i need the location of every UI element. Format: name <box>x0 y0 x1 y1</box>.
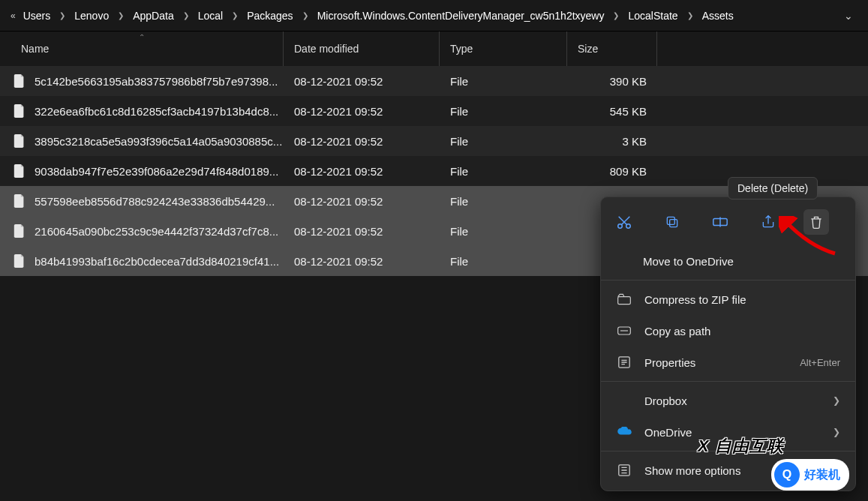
breadcrumb-overflow-icon[interactable]: « <box>8 10 19 21</box>
menu-item-label: Dropbox <box>644 394 687 407</box>
breadcrumb-item[interactable]: Assets <box>698 7 738 25</box>
breadcrumb-item[interactable]: Lenovo <box>70 7 113 25</box>
chevron-right-icon: ❯ <box>227 11 242 20</box>
chevron-right-icon: ❯ <box>55 11 70 20</box>
badge-text: 好装机 <box>804 467 840 483</box>
file-date: 08-12-2021 09:52 <box>284 75 440 88</box>
breadcrumb[interactable]: « Users❯ Lenovo❯ AppData❯ Local❯ Package… <box>0 0 868 32</box>
column-label: Date modified <box>294 43 359 55</box>
menu-item[interactable]: Move to OneDrive <box>601 245 855 277</box>
rename-button[interactable] <box>707 209 733 235</box>
file-type: File <box>440 225 567 238</box>
watermark-badge: Q 好装机 <box>771 459 849 490</box>
breadcrumb-item[interactable]: AppData <box>128 7 178 25</box>
file-name: 9038dab947f7e52e39f086a2e29d74f848d0189.… <box>35 165 278 178</box>
delete-button[interactable] <box>803 209 829 235</box>
menu-separator <box>601 280 855 280</box>
breadcrumb-item[interactable]: LocalState <box>623 7 682 25</box>
file-icon <box>14 254 27 268</box>
file-icon <box>14 164 27 178</box>
file-icon <box>14 74 27 88</box>
file-name: 2160645a090bc253c9c9e4442f37324d37cf7c8.… <box>35 225 278 238</box>
tooltip-delete: Delete (Delete) <box>728 177 818 200</box>
file-size: 3 KB <box>567 135 657 148</box>
chevron-right-icon: ❯ <box>608 11 623 20</box>
menu-item-label: OneDrive <box>644 426 692 439</box>
svg-point-0 <box>618 224 623 229</box>
column-header-name[interactable]: Name ⌃ <box>0 32 284 66</box>
file-date: 08-12-2021 09:52 <box>284 105 440 118</box>
menu-item[interactable]: Dropbox❯ <box>601 385 855 416</box>
copy-button[interactable] <box>659 209 685 235</box>
file-name: b84b41993baf16c2b0cdecea7dd3d840219cf41.… <box>35 255 279 268</box>
cut-button[interactable] <box>611 209 637 235</box>
breadcrumb-item[interactable]: Local <box>194 7 227 25</box>
menu-item[interactable]: Copy as path <box>601 315 855 346</box>
file-row[interactable]: 5c142be5663195ab383757986b8f75b7e97398..… <box>0 66 868 96</box>
file-row[interactable]: 3895c3218ca5e5a993f396c5a14a05a9030885c.… <box>0 126 868 156</box>
file-date: 08-12-2021 09:52 <box>284 165 440 178</box>
menu-item-icon <box>616 424 632 440</box>
menu-item-icon <box>616 322 632 339</box>
file-date: 08-12-2021 09:52 <box>284 195 440 208</box>
file-size: 809 KB <box>567 165 657 178</box>
file-date: 08-12-2021 09:52 <box>284 225 440 238</box>
file-type: File <box>440 135 567 148</box>
menu-item-icon <box>616 392 632 409</box>
file-name: 5c142be5663195ab383757986b8f75b7e97398..… <box>35 75 278 88</box>
cut-icon <box>616 214 632 230</box>
file-icon <box>14 224 27 238</box>
svg-point-1 <box>626 224 631 229</box>
file-type: File <box>440 255 567 268</box>
menu-item-shortcut: Alt+Enter <box>800 357 840 368</box>
file-name: 557598eeb8556d788c924243e33836db54429... <box>35 195 275 208</box>
watermark: X 自由互联 <box>698 435 784 458</box>
menu-item[interactable]: PropertiesAlt+Enter <box>601 346 855 378</box>
menu-item[interactable]: Compress to ZIP file <box>601 284 855 315</box>
file-date: 08-12-2021 09:52 <box>284 135 440 148</box>
delete-icon <box>809 214 824 230</box>
menu-item-icon <box>616 462 632 478</box>
chevron-right-icon: ❯ <box>683 11 698 20</box>
chevron-right-icon: ❯ <box>833 427 840 437</box>
share-button[interactable] <box>755 209 781 235</box>
chevron-down-icon[interactable]: ⌄ <box>836 10 860 22</box>
file-date: 08-12-2021 09:52 <box>284 255 440 268</box>
column-header-date[interactable]: Date modified <box>284 32 440 66</box>
column-header-type[interactable]: Type <box>440 32 567 66</box>
share-icon <box>760 214 776 230</box>
menu-item-icon <box>616 291 632 308</box>
file-type: File <box>440 75 567 88</box>
sort-indicator-icon: ⌃ <box>139 33 145 41</box>
svg-rect-5 <box>618 297 631 304</box>
chevron-right-icon: ❯ <box>113 11 128 20</box>
breadcrumb-item[interactable]: Microsoft.Windows.ContentDeliveryManager… <box>313 7 609 25</box>
breadcrumb-item[interactable]: Packages <box>242 7 297 25</box>
chevron-right-icon: ❯ <box>298 11 313 20</box>
svg-rect-3 <box>667 217 674 224</box>
copy-icon <box>665 214 680 230</box>
chevron-right-icon: ❯ <box>179 11 194 20</box>
file-icon <box>14 104 27 118</box>
chevron-right-icon: ❯ <box>833 395 840 406</box>
menu-item-label: Move to OneDrive <box>643 255 734 268</box>
file-size: 545 KB <box>567 105 657 118</box>
menu-item-icon <box>616 354 632 370</box>
breadcrumb-item[interactable]: Users <box>19 7 56 25</box>
menu-item-label: Show more options <box>644 464 740 477</box>
svg-rect-2 <box>670 220 677 227</box>
file-name: 322e6ea6fbc61c8d16285cf3acb4197b13b4dc8.… <box>35 105 278 118</box>
menu-item-label: Properties <box>644 356 695 369</box>
file-icon <box>14 134 27 148</box>
file-row[interactable]: 322e6ea6fbc61c8d16285cf3acb4197b13b4dc8.… <box>0 96 868 126</box>
column-label: Type <box>450 43 473 55</box>
badge-icon: Q <box>774 462 800 488</box>
menu-item-label: Compress to ZIP file <box>644 293 746 306</box>
menu-item-label: Copy as path <box>644 325 710 338</box>
column-header-size[interactable]: Size <box>567 32 657 66</box>
file-type: File <box>440 165 567 178</box>
file-size: 390 KB <box>567 75 657 88</box>
column-label: Size <box>578 43 598 55</box>
file-icon <box>14 194 27 208</box>
context-action-row <box>601 205 855 245</box>
